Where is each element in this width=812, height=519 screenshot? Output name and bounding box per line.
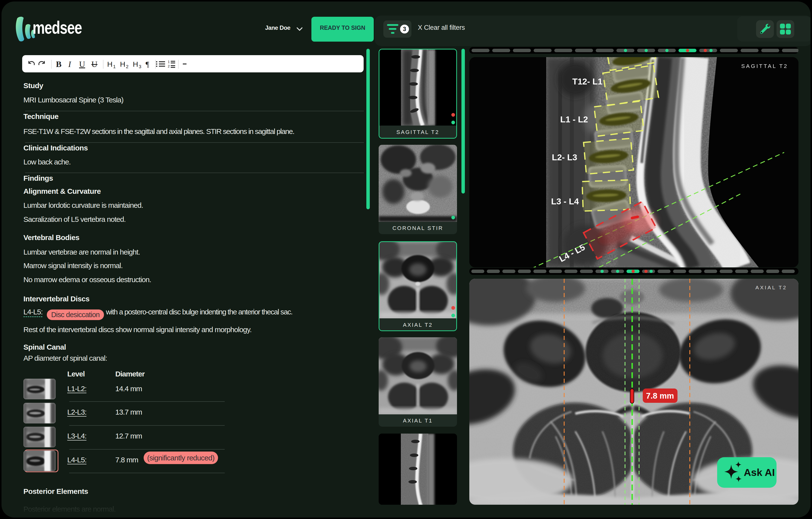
svg-text:Ask AI: Ask AI bbox=[744, 467, 775, 478]
svg-text:U: U bbox=[91, 60, 97, 69]
svg-text:AXIAL T2: AXIAL T2 bbox=[755, 285, 787, 290]
svg-text:I: I bbox=[68, 60, 71, 69]
svg-text:2: 2 bbox=[168, 64, 170, 68]
svg-text:U: U bbox=[79, 60, 85, 69]
svg-text:2: 2 bbox=[126, 64, 128, 69]
svg-text:L3 - L4: L3 - L4 bbox=[551, 196, 579, 206]
svg-text:1: 1 bbox=[113, 64, 116, 69]
svg-text:L2- L3: L2- L3 bbox=[552, 152, 577, 162]
svg-text:H: H bbox=[107, 60, 113, 68]
svg-text:7.8 mm: 7.8 mm bbox=[646, 391, 674, 400]
svg-text:H: H bbox=[120, 60, 125, 68]
svg-text:3: 3 bbox=[139, 64, 141, 69]
svg-text:H: H bbox=[133, 60, 138, 68]
svg-text:B: B bbox=[56, 60, 62, 69]
svg-text:L1 - L2: L1 - L2 bbox=[560, 115, 588, 124]
svg-text:SAGITTAL T2: SAGITTAL T2 bbox=[741, 63, 788, 69]
svg-text:¶: ¶ bbox=[146, 60, 149, 69]
svg-text:T12- L1: T12- L1 bbox=[572, 77, 603, 86]
svg-text:1: 1 bbox=[168, 60, 170, 64]
